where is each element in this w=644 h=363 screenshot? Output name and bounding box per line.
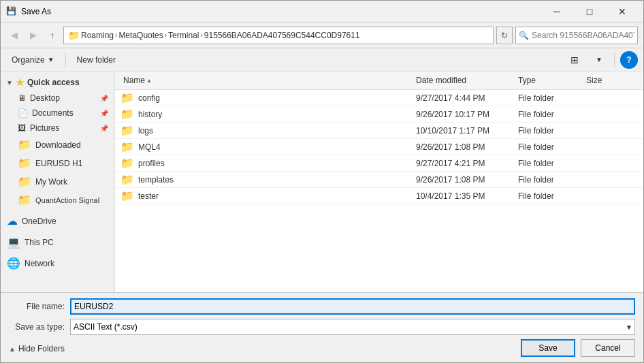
eurusd-icon: 📁	[18, 157, 31, 170]
file-name-cell: 📁 config	[120, 91, 413, 104]
col-size-label: Size	[586, 76, 602, 85]
file-name: config	[138, 93, 160, 103]
folder-icon: 📁	[120, 124, 134, 137]
sidebar-item-eurusd-label: EURUSD H1	[35, 159, 82, 168]
path-arrow-1: ›	[115, 31, 117, 39]
folder-icon: 📁	[120, 91, 134, 104]
view-dropdown-button[interactable]: ▼	[590, 51, 609, 69]
file-type: File folder	[515, 108, 583, 121]
hide-folders-row[interactable]: ▲ Hide Folders	[9, 341, 65, 356]
col-type-label: Type	[518, 76, 536, 85]
sidebar-item-pictures[interactable]: 🖼 Pictures 📌	[1, 121, 114, 136]
file-size	[583, 97, 638, 99]
search-input[interactable]	[532, 31, 634, 40]
file-date: 9/27/2017 4:21 PM	[413, 157, 515, 170]
column-date-header[interactable]: Date modified	[413, 74, 515, 86]
hide-folders-chevron-icon: ▲	[9, 345, 16, 353]
file-type: File folder	[515, 174, 583, 186]
organize-button[interactable]: Organize ▼	[6, 51, 60, 69]
savetype-select[interactable]: ASCII Text (*.csv)CSV (*.csv)Text (*.txt…	[70, 319, 635, 335]
file-type: File folder	[515, 190, 583, 202]
file-name: profiles	[138, 159, 165, 168]
sidebar-item-onedrive[interactable]: ☁ OneDrive	[1, 212, 114, 230]
file-type: File folder	[515, 157, 583, 170]
view-options-button[interactable]: ⊞	[565, 51, 584, 69]
table-row[interactable]: 📁 tester 10/4/2017 1:35 PM File folder	[115, 188, 643, 204]
folder-icon: 📁	[120, 157, 134, 170]
sidebar-item-downloaded[interactable]: 📁 Downloaded	[1, 136, 114, 154]
close-button[interactable]: ✕	[607, 1, 638, 22]
file-date: 9/26/2017 1:08 PM	[413, 141, 515, 153]
sidebar-item-mywork[interactable]: 📁 My Work	[1, 172, 114, 191]
file-size	[583, 162, 638, 165]
window-icon: 💾	[6, 6, 17, 17]
file-name: MQL4	[138, 142, 161, 152]
table-row[interactable]: 📁 config 9/27/2017 4:44 PM File folder	[115, 90, 643, 106]
table-row[interactable]: 📁 history 9/26/2017 10:17 PM File folder	[115, 106, 643, 123]
path-segment-metaquotes: MetaQuotes ›	[118, 31, 167, 40]
path-segment-roaming-label: Roaming	[81, 31, 114, 40]
path-segment-guid-label: 915566BA06ADA407569C544CC0D97611	[204, 31, 360, 40]
sidebar-item-eurusd[interactable]: 📁 EURUSD H1	[1, 154, 114, 172]
up-button[interactable]: ↑	[44, 27, 61, 44]
sidebar-item-thispc[interactable]: 💻 This PC	[1, 233, 114, 251]
file-name: tester	[138, 191, 159, 201]
maximize-button[interactable]: □	[574, 1, 605, 22]
network-icon: 🌐	[7, 257, 20, 270]
column-size-header[interactable]: Size	[583, 74, 638, 86]
path-arrow-2: ›	[165, 31, 167, 39]
sidebar-item-downloaded-label: Downloaded	[35, 140, 81, 150]
sidebar-item-thispc-label: This PC	[25, 238, 54, 247]
folder-icon: 📁	[120, 108, 134, 121]
quick-access-header[interactable]: ▼ ★ Quick access	[1, 74, 114, 91]
file-date: 10/10/2017 1:17 PM	[413, 125, 515, 137]
toolbar-separator-2	[614, 53, 615, 67]
folder-icon: 📁	[120, 189, 134, 202]
sidebar-item-quantaction[interactable]: 📁 QuantAction Signal	[1, 191, 114, 209]
sidebar-item-onedrive-label: OneDrive	[22, 217, 57, 226]
folder-icon: 📁	[120, 140, 134, 153]
action-row: ▲ Hide Folders Save Cancel	[9, 339, 635, 357]
file-size	[583, 113, 638, 116]
file-rows-container: 📁 config 9/27/2017 4:44 PM File folder 📁…	[115, 90, 643, 204]
sidebar-item-quantaction-label: QuantAction Signal	[35, 196, 99, 204]
file-name-cell: 📁 profiles	[120, 157, 413, 170]
file-name-cell: 📁 history	[120, 108, 413, 121]
forward-button[interactable]: ▶	[25, 27, 42, 44]
downloaded-icon: 📁	[18, 138, 31, 151]
filename-input[interactable]	[70, 298, 635, 315]
up-arrow-icon: ↑	[50, 31, 55, 40]
filename-row: File name:	[9, 298, 635, 315]
back-arrow-icon: ◀	[11, 31, 18, 40]
file-name-cell: 📁 templates	[120, 173, 413, 186]
table-row[interactable]: 📁 MQL4 9/26/2017 1:08 PM File folder	[115, 139, 643, 155]
table-row[interactable]: 📁 templates 9/26/2017 1:08 PM File folde…	[115, 172, 643, 188]
column-name-header[interactable]: Name ▲	[120, 74, 413, 86]
refresh-button[interactable]: ↻	[496, 27, 513, 44]
search-box: 🔍	[515, 27, 638, 44]
back-button[interactable]: ◀	[6, 27, 22, 44]
sidebar-item-desktop[interactable]: 🖥 Desktop 📌	[1, 91, 114, 106]
new-folder-button[interactable]: New folder	[71, 51, 121, 69]
forward-arrow-icon: ▶	[30, 31, 37, 40]
address-path[interactable]: 📁 Roaming › MetaQuotes › Terminal › 9155…	[63, 27, 494, 44]
help-icon: ?	[626, 55, 631, 65]
hide-folders-label: Hide Folders	[18, 344, 65, 353]
organize-chevron-icon: ▼	[48, 56, 54, 63]
search-icon: 🔍	[519, 31, 529, 40]
table-row[interactable]: 📁 profiles 9/27/2017 4:21 PM File folder	[115, 155, 643, 172]
help-button[interactable]: ?	[620, 51, 638, 69]
quantaction-icon: 📁	[18, 193, 31, 206]
table-row[interactable]: 📁 logs 10/10/2017 1:17 PM File folder	[115, 123, 643, 139]
cancel-button[interactable]: Cancel	[581, 339, 635, 357]
view-dropdown-icon: ▼	[596, 56, 602, 63]
pictures-icon: 🖼	[18, 123, 26, 133]
file-list-header: Name ▲ Date modified Type Size	[115, 72, 643, 90]
sidebar-item-documents[interactable]: 📄 Documents 📌	[1, 106, 114, 121]
save-button[interactable]: Save	[521, 339, 575, 357]
sidebar-item-mywork-label: My Work	[35, 177, 67, 187]
column-type-header[interactable]: Type	[515, 74, 583, 86]
sidebar-item-network[interactable]: 🌐 Network	[1, 254, 114, 272]
sidebar-item-pictures-label: Pictures	[30, 123, 59, 133]
minimize-button[interactable]: ─	[541, 1, 573, 22]
